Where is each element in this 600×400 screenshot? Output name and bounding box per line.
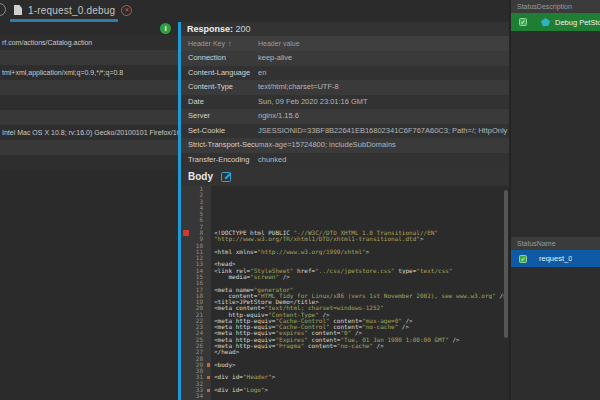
request-header-row[interactable] bbox=[0, 110, 178, 125]
request-label: request_0 bbox=[539, 254, 572, 263]
request-header-row[interactable] bbox=[0, 140, 178, 155]
debug-icon bbox=[541, 18, 550, 26]
response-status-code: 200 bbox=[236, 24, 251, 34]
editor-scrollbar-thumb[interactable] bbox=[504, 190, 508, 338]
header-key: Transfer-Encoding bbox=[181, 153, 258, 168]
description-column: Description bbox=[537, 0, 600, 13]
info-icon[interactable]: i bbox=[160, 23, 171, 34]
results-panel: Status Description ✓ Debug PetStoreSimu … bbox=[511, 0, 600, 400]
scenario-row[interactable]: ✓ Debug PetStoreSimu bbox=[511, 13, 600, 31]
request-header-value: rf.com/actions/Catalog.action bbox=[2, 39, 92, 46]
header-value: text/html;charset=UTF-8 bbox=[258, 80, 509, 95]
response-panel: Response: 200 Header Key↑ Header value C… bbox=[178, 22, 509, 400]
header-key-column[interactable]: Header Key↑ bbox=[181, 36, 258, 51]
header-value: en bbox=[258, 66, 509, 81]
request-header-row[interactable] bbox=[0, 95, 178, 110]
code-text bbox=[211, 393, 509, 399]
status-column: Status bbox=[511, 237, 537, 250]
response-headers-table-head: Header Key↑ Header value bbox=[181, 36, 509, 51]
code-line[interactable]: 34 bbox=[181, 393, 509, 399]
response-header-row[interactable]: Date Sun, 09 Feb 2020 23:01:16 GMT bbox=[181, 95, 509, 110]
response-header-row[interactable]: Set-Cookie JSESSIONID=33BF8B22641EB16802… bbox=[181, 124, 509, 139]
response-header-row[interactable]: Content-Language en bbox=[181, 66, 509, 81]
header-value: nginx/1.15.6 bbox=[258, 109, 509, 124]
request-row-selected[interactable]: ✓ request_0 bbox=[511, 250, 600, 267]
header-key: Strict-Transport-Security bbox=[181, 138, 258, 153]
checkbox-checked-icon[interactable]: ✓ bbox=[519, 255, 527, 263]
body-section-header: Body bbox=[181, 167, 509, 186]
response-label: Response: bbox=[187, 24, 233, 34]
request-header-row[interactable]: tml+xml,application/xml;q=0.9,*/*;q=0.8 bbox=[0, 65, 178, 80]
response-header-row[interactable]: Server nginx/1.15.6 bbox=[181, 109, 509, 124]
request-header-row[interactable]: Intel Mac OS X 10.8; rv:16.0) Gecko/2010… bbox=[0, 125, 178, 140]
tab-request-debug[interactable]: 1-request_0.debug ✕ bbox=[10, 0, 136, 20]
back-circle-icon[interactable] bbox=[0, 3, 6, 16]
file-icon bbox=[14, 5, 22, 15]
header-key: Server bbox=[181, 109, 258, 124]
requests-section: Status Name ✓ request_0 bbox=[511, 237, 600, 267]
header-key: Set-Cookie bbox=[181, 124, 258, 139]
response-header-row[interactable]: Content-Type text/html;charset=UTF-8 bbox=[181, 80, 509, 95]
response-body-editor[interactable]: 12345678<!DOCTYPE html PUBLIC "-//W3C//D… bbox=[181, 186, 509, 400]
scenarios-table-head: Status Description bbox=[511, 0, 600, 13]
scenario-label: Debug PetStoreSimu bbox=[555, 18, 600, 27]
request-header-value: tml+xml,application/xml;q=0.9,*/*;q=0.8 bbox=[2, 69, 123, 76]
header-key: Connection bbox=[181, 51, 258, 66]
header-key: Content-Type bbox=[181, 80, 258, 95]
debugger-window: 1-request_0.debug ✕ i rf.com/actions/Cat… bbox=[0, 0, 600, 400]
response-headers-table: Connection keep-alive Content-Language e… bbox=[181, 51, 509, 167]
close-tab-icon[interactable]: ✕ bbox=[121, 5, 132, 16]
request-headers-panel: i rf.com/actions/Catalog.action tml+xml,… bbox=[0, 22, 178, 400]
header-value: max-age=15724800; includeSubDomains bbox=[258, 138, 509, 153]
edit-body-icon[interactable] bbox=[221, 172, 231, 182]
response-header-row[interactable]: Connection keep-alive bbox=[181, 51, 509, 66]
response-title: Response: 200 bbox=[181, 22, 509, 36]
checkbox-checked-icon[interactable]: ✓ bbox=[519, 18, 527, 26]
header-value: Sun, 09 Feb 2020 23:01:16 GMT bbox=[258, 95, 509, 110]
request-header-row[interactable] bbox=[0, 155, 178, 170]
response-header-row[interactable]: Strict-Transport-Security max-age=157248… bbox=[181, 138, 509, 153]
header-value-column[interactable]: Header value bbox=[258, 36, 509, 51]
header-key: Date bbox=[181, 95, 258, 110]
name-column: Name bbox=[537, 237, 600, 250]
header-key: Content-Language bbox=[181, 66, 258, 81]
request-header-row[interactable] bbox=[0, 80, 178, 95]
request-header-row[interactable] bbox=[0, 50, 178, 65]
response-header-row[interactable]: Transfer-Encoding chunked bbox=[181, 153, 509, 168]
sort-asc-icon: ↑ bbox=[228, 40, 232, 47]
header-value: chunked bbox=[258, 153, 509, 168]
body-label: Body bbox=[188, 171, 213, 182]
line-number: 34 bbox=[181, 393, 211, 399]
requests-table-head: Status Name bbox=[511, 237, 600, 250]
request-header-row[interactable]: rf.com/actions/Catalog.action bbox=[0, 35, 178, 50]
tab-bar: 1-request_0.debug ✕ bbox=[0, 0, 508, 22]
request-header-rows: rf.com/actions/Catalog.action tml+xml,ap… bbox=[0, 35, 178, 170]
status-column: Status bbox=[511, 0, 537, 13]
header-value: JSESSIONID=33BF8B22641EB16802341C6F767A6… bbox=[258, 124, 509, 139]
header-value: keep-alive bbox=[258, 51, 509, 66]
tab-title: 1-request_0.debug bbox=[28, 5, 115, 16]
request-header-value: Intel Mac OS X 10.8; rv:16.0) Gecko/2010… bbox=[2, 129, 178, 136]
